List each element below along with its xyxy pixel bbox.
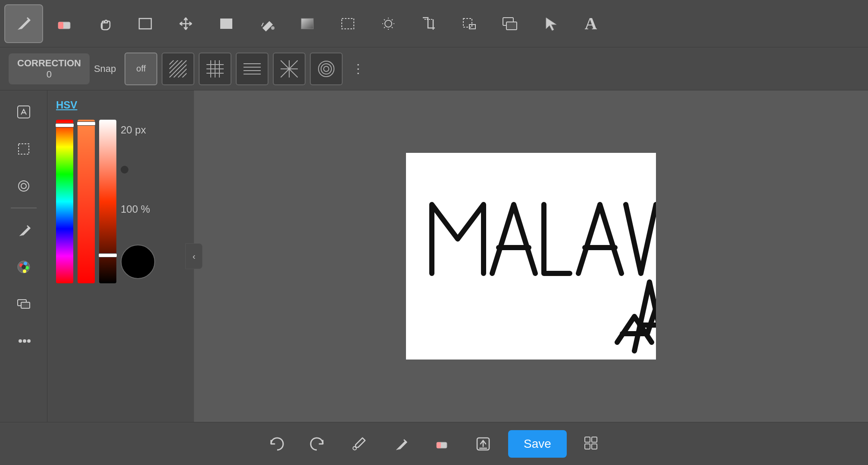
- svg-line-12: [169, 60, 187, 78]
- snap-circular-btn[interactable]: [310, 53, 343, 85]
- svg-rect-3: [220, 19, 232, 29]
- svg-rect-5: [301, 19, 313, 29]
- snap-diagonal-btn[interactable]: [162, 53, 194, 85]
- hue-slider[interactable]: [56, 120, 73, 283]
- svg-rect-8: [463, 19, 472, 27]
- slider-values: 20 px 100 %: [121, 120, 155, 283]
- svg-point-48: [19, 339, 22, 343]
- hsv-label[interactable]: HSV: [56, 99, 185, 111]
- text-btn[interactable]: A: [571, 4, 610, 43]
- sat-thumb[interactable]: [77, 121, 96, 126]
- panel-collapse-btn[interactable]: ‹: [185, 243, 203, 269]
- custom-selection-btn[interactable]: [450, 4, 489, 43]
- chevron-left-icon: ‹: [193, 251, 196, 261]
- redo-btn[interactable]: [301, 428, 334, 460]
- sidebar-dots-btn[interactable]: [6, 324, 41, 358]
- snap-horizontal-btn[interactable]: [236, 53, 269, 85]
- fill-rect-btn[interactable]: [207, 4, 246, 43]
- svg-point-4: [271, 26, 275, 30]
- svg-rect-58: [585, 444, 590, 449]
- svg-rect-6: [342, 19, 354, 29]
- svg-line-14: [178, 69, 187, 78]
- svg-point-52: [353, 446, 356, 450]
- canvas-svg: [406, 153, 656, 360]
- svg-rect-57: [592, 437, 597, 442]
- snap-more-btn[interactable]: ⋮: [347, 53, 368, 85]
- cursor-btn[interactable]: [531, 4, 570, 43]
- crop-btn[interactable]: [409, 4, 448, 43]
- svg-rect-1: [58, 22, 63, 29]
- eraser-small-btn[interactable]: [425, 428, 458, 460]
- sidebar-palette-btn[interactable]: [6, 250, 41, 284]
- snap-radial-btn[interactable]: [273, 53, 306, 85]
- svg-point-38: [19, 181, 29, 191]
- eyedropper-btn[interactable]: [343, 428, 375, 460]
- svg-rect-37: [19, 144, 29, 154]
- more-dots-icon: ⋮: [352, 62, 363, 76]
- snap-off-label: off: [136, 64, 146, 74]
- svg-point-44: [23, 270, 26, 273]
- val-thumb[interactable]: [98, 253, 117, 257]
- hue-thumb[interactable]: [55, 123, 74, 127]
- val-slider[interactable]: [99, 120, 116, 283]
- svg-rect-11: [506, 22, 517, 30]
- color-panel: ‹ HSV 20 px 100 %: [47, 90, 194, 422]
- svg-point-33: [324, 66, 329, 71]
- color-dot-container: [121, 245, 155, 279]
- svg-point-50: [27, 339, 31, 343]
- svg-rect-47: [21, 302, 30, 308]
- text-icon: A: [585, 13, 597, 34]
- sidebar-edit-btn[interactable]: [6, 95, 41, 129]
- correction-value: 0: [17, 69, 81, 80]
- svg-point-43: [25, 266, 29, 270]
- brush-size-display: 20 px: [121, 124, 155, 136]
- selection-rect-btn[interactable]: [328, 4, 367, 43]
- svg-point-42: [24, 262, 27, 265]
- svg-rect-56: [585, 437, 590, 442]
- current-color-dot[interactable]: [121, 245, 155, 279]
- svg-line-17: [169, 60, 178, 69]
- brush-small-btn[interactable]: [384, 428, 417, 460]
- sidebar-layers-btn[interactable]: [6, 287, 41, 321]
- bottom-toolbar: Save: [0, 422, 868, 465]
- svg-point-45: [22, 265, 26, 269]
- svg-rect-54: [437, 442, 441, 448]
- secondary-toolbar: CORRECTION 0 Snap off: [0, 47, 868, 90]
- export-btn[interactable]: [467, 428, 500, 460]
- sidebar-shape-btn[interactable]: [6, 169, 41, 203]
- svg-point-49: [23, 339, 26, 343]
- drawing-canvas[interactable]: [406, 153, 656, 360]
- svg-rect-36: [18, 106, 30, 118]
- svg-line-18: [169, 60, 174, 65]
- save-btn[interactable]: Save: [508, 430, 567, 458]
- gradient-btn[interactable]: [288, 4, 327, 43]
- eraser-tool-btn[interactable]: [45, 4, 84, 43]
- move-tool-btn[interactable]: [166, 4, 205, 43]
- svg-rect-59: [592, 444, 597, 449]
- svg-point-7: [385, 20, 392, 27]
- bucket-btn[interactable]: [247, 4, 286, 43]
- pencil-tool-btn[interactable]: [4, 4, 43, 43]
- hand-tool-btn[interactable]: [85, 4, 124, 43]
- sat-slider[interactable]: [78, 120, 95, 283]
- grid-view-btn[interactable]: [575, 428, 608, 460]
- left-sidebar: [0, 90, 47, 422]
- svg-point-34: [321, 64, 331, 74]
- sidebar-brush-btn[interactable]: [6, 213, 41, 247]
- svg-point-39: [21, 183, 26, 189]
- snap-grid-btn[interactable]: [199, 53, 231, 85]
- sidebar-selection-btn[interactable]: [6, 132, 41, 166]
- undo-btn[interactable]: [260, 428, 293, 460]
- snap-label: Snap: [94, 63, 116, 74]
- rect-tool-btn[interactable]: [126, 4, 165, 43]
- correction-label: CORRECTION: [17, 58, 81, 69]
- magic-wand-btn[interactable]: [369, 4, 408, 43]
- color-sliders: 20 px 100 %: [56, 120, 185, 283]
- correction-button[interactable]: CORRECTION 0: [9, 53, 90, 84]
- top-toolbar: A: [0, 0, 868, 47]
- opacity-display: 100 %: [121, 203, 155, 215]
- layers-panel-btn[interactable]: [490, 4, 529, 43]
- snap-off-btn[interactable]: off: [125, 53, 157, 85]
- canvas-wrapper[interactable]: [194, 90, 868, 422]
- svg-line-15: [182, 73, 187, 78]
